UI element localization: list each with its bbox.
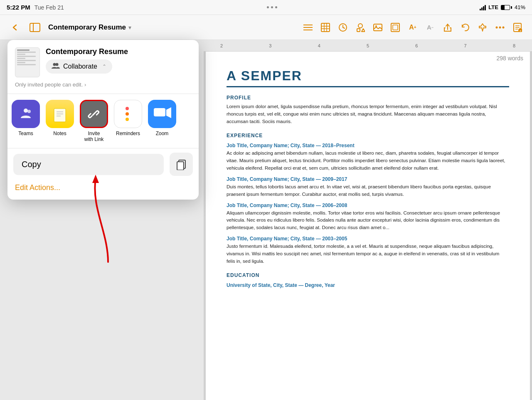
font-smaller-button[interactable]: A− bbox=[422, 20, 438, 35]
undo-button[interactable] bbox=[457, 20, 473, 35]
pin-button[interactable] bbox=[475, 20, 490, 35]
zoom-label: Zoom bbox=[156, 131, 169, 136]
svg-rect-5 bbox=[321, 23, 330, 32]
svg-rect-16 bbox=[374, 24, 382, 31]
svg-point-21 bbox=[496, 26, 498, 28]
teams-label: Teams bbox=[18, 131, 33, 136]
svg-point-30 bbox=[53, 63, 56, 66]
profile-body: Lorem ipsum dolor amet, ligula suspendis… bbox=[227, 103, 509, 125]
svg-point-23 bbox=[502, 26, 505, 28]
edit-actions-button[interactable]: Edit Actions... bbox=[15, 183, 60, 192]
reminders-icon bbox=[114, 100, 142, 128]
app-teams[interactable]: Teams bbox=[12, 100, 40, 142]
clock-button[interactable] bbox=[335, 20, 351, 35]
svg-text:+: + bbox=[520, 30, 521, 32]
svg-point-31 bbox=[56, 63, 59, 66]
edu-title-1: University of State, City, State — Degre… bbox=[227, 282, 509, 288]
invite-link-label: Invitewith Link bbox=[84, 131, 104, 142]
invite-link-icon bbox=[80, 100, 108, 128]
svg-line-12 bbox=[343, 27, 345, 28]
job-title-4: Job Title, Company Name; City, State — 2… bbox=[227, 236, 509, 242]
doc-thumbnail bbox=[15, 47, 40, 77]
zoom-icon bbox=[148, 100, 176, 128]
title-chevron-icon: ▾ bbox=[128, 24, 131, 31]
app-zoom[interactable]: Zoom bbox=[148, 100, 176, 142]
signal-bars bbox=[480, 5, 486, 10]
svg-point-13 bbox=[358, 24, 362, 28]
job-body-4: Justo fermentum id. Malesuada eleifend, … bbox=[227, 243, 509, 265]
job-body-2: Duis montes, tellus lobortis lacus amet … bbox=[227, 183, 509, 198]
status-time: 5:22 PM bbox=[7, 4, 30, 11]
dot2 bbox=[271, 6, 273, 8]
panel-doc-title: Contemporary Resume bbox=[46, 47, 191, 56]
svg-point-33 bbox=[27, 110, 31, 113]
status-right: LTE 41% bbox=[480, 4, 525, 10]
notes-label: Notes bbox=[53, 131, 66, 136]
notes-icon bbox=[46, 100, 74, 128]
frame-button[interactable] bbox=[387, 20, 403, 35]
apps-row: Teams Notes Invitewith Link bbox=[7, 94, 199, 148]
sidebar-toggle-button[interactable] bbox=[27, 19, 43, 36]
reminders-label: Reminders bbox=[116, 131, 140, 136]
font-larger-button[interactable]: A+ bbox=[405, 20, 421, 35]
svg-rect-39 bbox=[154, 108, 165, 116]
svg-rect-19 bbox=[393, 25, 398, 30]
lte-label: LTE bbox=[488, 4, 498, 10]
svg-rect-18 bbox=[391, 23, 399, 32]
collaborate-button[interactable]: Collaborate ⌃ bbox=[46, 59, 112, 74]
toolbar-title-text: Contemporary Resume bbox=[48, 23, 126, 32]
doc-area: 2 3 4 5 6 7 8 298 words A SEMPER PROFILE… bbox=[204, 40, 532, 400]
toolbar-icons: A+ A− + bbox=[300, 20, 525, 35]
toolbar-title-area[interactable]: Contemporary Resume ▾ bbox=[48, 23, 131, 32]
image-button[interactable] bbox=[370, 20, 386, 35]
job-body-1: Ac dolor ac adipiscing amet bibendum nul… bbox=[227, 150, 509, 172]
dot1 bbox=[267, 6, 269, 8]
education-section-title: EDUCATION bbox=[227, 272, 509, 278]
app-notes[interactable]: Notes bbox=[46, 100, 74, 142]
ruler: 2 3 4 5 6 7 8 bbox=[204, 40, 532, 52]
svg-rect-34 bbox=[54, 109, 66, 122]
svg-point-22 bbox=[499, 26, 501, 28]
edit-actions-area: Edit Actions... bbox=[7, 182, 199, 200]
job-title-3: Job Title, Company Name; City, State — 2… bbox=[227, 202, 509, 208]
shapes-button[interactable] bbox=[352, 20, 368, 35]
word-count: 298 words bbox=[496, 55, 523, 62]
invite-hint: Only invited people can edit. › bbox=[7, 81, 199, 94]
copy-button[interactable]: Copy bbox=[13, 154, 164, 175]
dropdown-panel: Contemporary Resume Collaborate ⌃ Only i… bbox=[7, 40, 199, 200]
app-reminders[interactable]: Reminders bbox=[114, 100, 142, 142]
resume-name: A SEMPER bbox=[227, 68, 509, 87]
panel-title-area: Contemporary Resume Collaborate ⌃ bbox=[46, 47, 191, 74]
table-button[interactable] bbox=[318, 20, 333, 35]
share-button[interactable] bbox=[440, 20, 456, 35]
status-bar: 5:22 PM Tue Feb 21 LTE 41% bbox=[0, 0, 532, 15]
battery-percent: 41% bbox=[515, 4, 525, 10]
toolbar: Contemporary Resume ▾ A+ A− bbox=[0, 15, 532, 40]
dot3 bbox=[275, 6, 277, 8]
collaborate-label: Collaborate bbox=[63, 63, 97, 70]
status-date: Tue Feb 21 bbox=[34, 4, 64, 11]
back-button[interactable] bbox=[7, 19, 23, 36]
svg-rect-0 bbox=[30, 23, 40, 32]
experience-section-title: EXPERIENCE bbox=[227, 133, 509, 138]
status-center-dots bbox=[267, 6, 277, 8]
copy-file-icon-button[interactable] bbox=[170, 153, 193, 176]
collaborate-icon bbox=[52, 62, 60, 71]
more-button[interactable] bbox=[492, 20, 508, 35]
copy-row: Copy bbox=[7, 148, 199, 182]
battery-icon bbox=[501, 5, 512, 10]
panel-header: Contemporary Resume Collaborate ⌃ bbox=[7, 40, 199, 81]
svg-rect-14 bbox=[357, 29, 360, 32]
job-title-1: Job Title, Company Name; City, State — 2… bbox=[227, 143, 509, 148]
profile-section-title: PROFILE bbox=[227, 95, 509, 101]
job-body-3: Aliquam ullamcorper dignissim molestie, … bbox=[227, 210, 509, 232]
svg-line-38 bbox=[93, 113, 95, 115]
doc-notes-button[interactable]: + bbox=[510, 20, 525, 35]
ruler-numbers: 2 3 4 5 6 7 8 bbox=[204, 43, 532, 48]
svg-marker-40 bbox=[166, 107, 171, 118]
app-invite-link[interactable]: Invitewith Link bbox=[80, 100, 108, 142]
svg-marker-15 bbox=[362, 29, 365, 32]
collaborate-chevron-icon: ⌃ bbox=[102, 64, 106, 69]
list-view-button[interactable] bbox=[300, 20, 316, 35]
svg-rect-42 bbox=[177, 162, 184, 170]
